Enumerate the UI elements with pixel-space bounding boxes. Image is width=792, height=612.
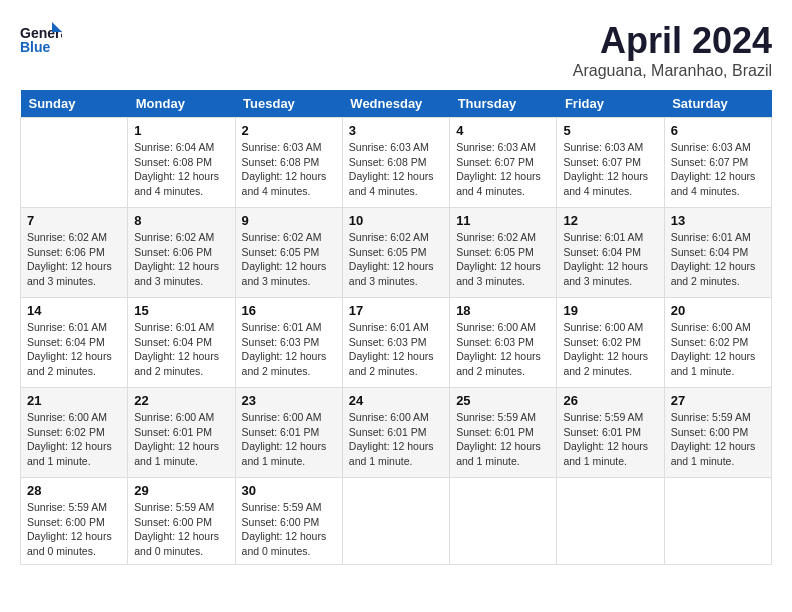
- calendar-cell: 13Sunrise: 6:01 AM Sunset: 6:04 PM Dayli…: [664, 208, 771, 298]
- day-info: Sunrise: 6:02 AM Sunset: 6:05 PM Dayligh…: [456, 230, 550, 289]
- day-info: Sunrise: 5:59 AM Sunset: 6:00 PM Dayligh…: [242, 500, 336, 559]
- day-info: Sunrise: 6:01 AM Sunset: 6:03 PM Dayligh…: [349, 320, 443, 379]
- calendar-week-row: 28Sunrise: 5:59 AM Sunset: 6:00 PM Dayli…: [21, 478, 772, 565]
- month-title: April 2024: [573, 20, 772, 62]
- day-number: 21: [27, 393, 121, 408]
- day-info: Sunrise: 6:03 AM Sunset: 6:08 PM Dayligh…: [349, 140, 443, 199]
- day-info: Sunrise: 6:00 AM Sunset: 6:03 PM Dayligh…: [456, 320, 550, 379]
- weekday-header-row: SundayMondayTuesdayWednesdayThursdayFrid…: [21, 90, 772, 118]
- calendar-cell: 8Sunrise: 6:02 AM Sunset: 6:06 PM Daylig…: [128, 208, 235, 298]
- day-number: 12: [563, 213, 657, 228]
- calendar-cell: 1Sunrise: 6:04 AM Sunset: 6:08 PM Daylig…: [128, 118, 235, 208]
- calendar-cell: 19Sunrise: 6:00 AM Sunset: 6:02 PM Dayli…: [557, 298, 664, 388]
- svg-text:Blue: Blue: [20, 39, 51, 55]
- calendar-cell: 29Sunrise: 5:59 AM Sunset: 6:00 PM Dayli…: [128, 478, 235, 565]
- day-number: 18: [456, 303, 550, 318]
- calendar-cell: 17Sunrise: 6:01 AM Sunset: 6:03 PM Dayli…: [342, 298, 449, 388]
- day-info: Sunrise: 6:01 AM Sunset: 6:04 PM Dayligh…: [134, 320, 228, 379]
- day-number: 6: [671, 123, 765, 138]
- calendar-cell: 24Sunrise: 6:00 AM Sunset: 6:01 PM Dayli…: [342, 388, 449, 478]
- weekday-header-friday: Friday: [557, 90, 664, 118]
- calendar-cell: 15Sunrise: 6:01 AM Sunset: 6:04 PM Dayli…: [128, 298, 235, 388]
- calendar-cell: 14Sunrise: 6:01 AM Sunset: 6:04 PM Dayli…: [21, 298, 128, 388]
- calendar-cell: 10Sunrise: 6:02 AM Sunset: 6:05 PM Dayli…: [342, 208, 449, 298]
- calendar-cell: 7Sunrise: 6:02 AM Sunset: 6:06 PM Daylig…: [21, 208, 128, 298]
- calendar-table: SundayMondayTuesdayWednesdayThursdayFrid…: [20, 90, 772, 565]
- day-info: Sunrise: 5:59 AM Sunset: 6:01 PM Dayligh…: [456, 410, 550, 469]
- day-info: Sunrise: 6:03 AM Sunset: 6:07 PM Dayligh…: [671, 140, 765, 199]
- day-info: Sunrise: 5:59 AM Sunset: 6:01 PM Dayligh…: [563, 410, 657, 469]
- day-number: 19: [563, 303, 657, 318]
- day-number: 27: [671, 393, 765, 408]
- day-info: Sunrise: 6:02 AM Sunset: 6:05 PM Dayligh…: [349, 230, 443, 289]
- day-number: 23: [242, 393, 336, 408]
- day-info: Sunrise: 6:00 AM Sunset: 6:01 PM Dayligh…: [134, 410, 228, 469]
- calendar-cell: 3Sunrise: 6:03 AM Sunset: 6:08 PM Daylig…: [342, 118, 449, 208]
- weekday-header-monday: Monday: [128, 90, 235, 118]
- calendar-cell: 12Sunrise: 6:01 AM Sunset: 6:04 PM Dayli…: [557, 208, 664, 298]
- day-number: 1: [134, 123, 228, 138]
- day-info: Sunrise: 6:02 AM Sunset: 6:06 PM Dayligh…: [134, 230, 228, 289]
- day-number: 24: [349, 393, 443, 408]
- day-number: 11: [456, 213, 550, 228]
- day-info: Sunrise: 5:59 AM Sunset: 6:00 PM Dayligh…: [134, 500, 228, 559]
- day-number: 20: [671, 303, 765, 318]
- calendar-cell: 20Sunrise: 6:00 AM Sunset: 6:02 PM Dayli…: [664, 298, 771, 388]
- calendar-week-row: 21Sunrise: 6:00 AM Sunset: 6:02 PM Dayli…: [21, 388, 772, 478]
- day-number: 9: [242, 213, 336, 228]
- calendar-week-row: 1Sunrise: 6:04 AM Sunset: 6:08 PM Daylig…: [21, 118, 772, 208]
- day-info: Sunrise: 6:03 AM Sunset: 6:08 PM Dayligh…: [242, 140, 336, 199]
- day-number: 13: [671, 213, 765, 228]
- day-number: 14: [27, 303, 121, 318]
- calendar-cell: 16Sunrise: 6:01 AM Sunset: 6:03 PM Dayli…: [235, 298, 342, 388]
- day-info: Sunrise: 6:02 AM Sunset: 6:06 PM Dayligh…: [27, 230, 121, 289]
- title-area: April 2024 Araguana, Maranhao, Brazil: [573, 20, 772, 80]
- calendar-cell: 26Sunrise: 5:59 AM Sunset: 6:01 PM Dayli…: [557, 388, 664, 478]
- day-info: Sunrise: 6:01 AM Sunset: 6:04 PM Dayligh…: [27, 320, 121, 379]
- day-number: 26: [563, 393, 657, 408]
- calendar-cell: 5Sunrise: 6:03 AM Sunset: 6:07 PM Daylig…: [557, 118, 664, 208]
- calendar-cell: 2Sunrise: 6:03 AM Sunset: 6:08 PM Daylig…: [235, 118, 342, 208]
- calendar-cell: 4Sunrise: 6:03 AM Sunset: 6:07 PM Daylig…: [450, 118, 557, 208]
- day-number: 8: [134, 213, 228, 228]
- day-info: Sunrise: 6:04 AM Sunset: 6:08 PM Dayligh…: [134, 140, 228, 199]
- day-number: 16: [242, 303, 336, 318]
- weekday-header-wednesday: Wednesday: [342, 90, 449, 118]
- day-number: 22: [134, 393, 228, 408]
- calendar-week-row: 14Sunrise: 6:01 AM Sunset: 6:04 PM Dayli…: [21, 298, 772, 388]
- day-info: Sunrise: 6:00 AM Sunset: 6:01 PM Dayligh…: [349, 410, 443, 469]
- day-info: Sunrise: 6:03 AM Sunset: 6:07 PM Dayligh…: [563, 140, 657, 199]
- calendar-cell: 11Sunrise: 6:02 AM Sunset: 6:05 PM Dayli…: [450, 208, 557, 298]
- day-info: Sunrise: 5:59 AM Sunset: 6:00 PM Dayligh…: [27, 500, 121, 559]
- calendar-cell: 23Sunrise: 6:00 AM Sunset: 6:01 PM Dayli…: [235, 388, 342, 478]
- calendar-cell: [342, 478, 449, 565]
- calendar-cell: 18Sunrise: 6:00 AM Sunset: 6:03 PM Dayli…: [450, 298, 557, 388]
- day-info: Sunrise: 6:01 AM Sunset: 6:03 PM Dayligh…: [242, 320, 336, 379]
- day-info: Sunrise: 6:01 AM Sunset: 6:04 PM Dayligh…: [671, 230, 765, 289]
- day-info: Sunrise: 6:02 AM Sunset: 6:05 PM Dayligh…: [242, 230, 336, 289]
- calendar-cell: 28Sunrise: 5:59 AM Sunset: 6:00 PM Dayli…: [21, 478, 128, 565]
- weekday-header-sunday: Sunday: [21, 90, 128, 118]
- calendar-cell: [21, 118, 128, 208]
- calendar-cell: 9Sunrise: 6:02 AM Sunset: 6:05 PM Daylig…: [235, 208, 342, 298]
- calendar-cell: 30Sunrise: 5:59 AM Sunset: 6:00 PM Dayli…: [235, 478, 342, 565]
- calendar-cell: [664, 478, 771, 565]
- calendar-week-row: 7Sunrise: 6:02 AM Sunset: 6:06 PM Daylig…: [21, 208, 772, 298]
- day-info: Sunrise: 6:01 AM Sunset: 6:04 PM Dayligh…: [563, 230, 657, 289]
- day-number: 4: [456, 123, 550, 138]
- day-info: Sunrise: 6:00 AM Sunset: 6:02 PM Dayligh…: [27, 410, 121, 469]
- day-number: 7: [27, 213, 121, 228]
- day-number: 25: [456, 393, 550, 408]
- weekday-header-saturday: Saturday: [664, 90, 771, 118]
- weekday-header-tuesday: Tuesday: [235, 90, 342, 118]
- calendar-cell: 6Sunrise: 6:03 AM Sunset: 6:07 PM Daylig…: [664, 118, 771, 208]
- calendar-cell: 25Sunrise: 5:59 AM Sunset: 6:01 PM Dayli…: [450, 388, 557, 478]
- day-number: 3: [349, 123, 443, 138]
- day-info: Sunrise: 5:59 AM Sunset: 6:00 PM Dayligh…: [671, 410, 765, 469]
- header: General Blue April 2024 Araguana, Maranh…: [20, 20, 772, 80]
- day-number: 10: [349, 213, 443, 228]
- day-number: 30: [242, 483, 336, 498]
- logo: General Blue: [20, 20, 62, 58]
- calendar-cell: 21Sunrise: 6:00 AM Sunset: 6:02 PM Dayli…: [21, 388, 128, 478]
- location-title: Araguana, Maranhao, Brazil: [573, 62, 772, 80]
